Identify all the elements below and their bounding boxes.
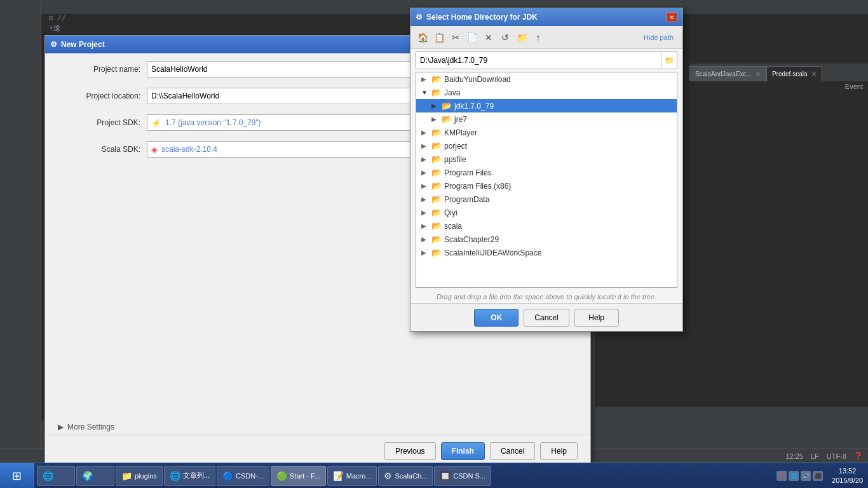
taskbar-item-explorer[interactable]: 📁 plugins xyxy=(116,466,163,486)
tree-label-sc29: ScalaChapter29 xyxy=(444,235,499,244)
finish-button[interactable]: Finish xyxy=(441,442,485,460)
tab-predef[interactable]: Predef.scala ✕ xyxy=(766,66,822,81)
help-dir-button[interactable]: Help xyxy=(574,309,619,327)
directory-tree[interactable]: ▶ 📂 BaiduYunDownload ▼ 📂 Java ▶ 📂 jdk1.7… xyxy=(416,72,677,288)
new-folder-icon[interactable]: 📁 xyxy=(515,30,529,44)
refresh-icon[interactable]: ↺ xyxy=(498,30,512,44)
sys-tray: ❓ 🌐 🔊 ⬛ xyxy=(776,471,823,481)
tab-close-icon[interactable]: ✕ xyxy=(811,71,817,78)
tree-label-qiyi: Qiyi xyxy=(444,208,458,217)
sdk-icon: ⚡ xyxy=(151,118,161,128)
folder-icon: 📂 xyxy=(431,194,442,204)
tree-arrow-porject: ▶ xyxy=(421,142,431,149)
tree-item-qiyi[interactable]: ▶ 📂 Qiyi xyxy=(416,206,677,219)
tree-arrow-ppsfile: ▶ xyxy=(421,156,431,163)
taskbar-item-chrome[interactable]: 🌐 xyxy=(37,466,75,486)
tree-item-scala[interactable]: ▶ 📂 scala xyxy=(416,219,677,233)
select-dir-close-button[interactable]: ✕ xyxy=(666,12,677,22)
taskbar-item-label: CSDN-... xyxy=(236,472,264,480)
tree-arrow-sc29: ▶ xyxy=(421,236,431,243)
select-dir-buttons: OK Cancel Help xyxy=(410,303,682,331)
cut-icon[interactable]: ✂ xyxy=(449,30,463,44)
tree-item-porject[interactable]: ▶ 📂 porject xyxy=(416,139,677,152)
csdn-icon: 🔵 xyxy=(222,471,233,481)
taskbar-item-label: Start - F... xyxy=(290,472,320,480)
ok-button[interactable]: OK xyxy=(474,309,519,327)
cancel-button[interactable]: Cancel xyxy=(490,442,535,460)
tree-item-program-files-x86[interactable]: ▶ 📂 Program Files (x86) xyxy=(416,179,677,193)
taskbar-item-label: 文章列... xyxy=(183,471,210,480)
tree-arrow-java: ▼ xyxy=(421,89,431,96)
project-name-label: Project name: xyxy=(58,65,147,74)
taskbar-item-csdn2[interactable]: 🔲 CSDN S... xyxy=(434,466,491,486)
folder-icon: 📂 xyxy=(431,221,442,231)
new-project-title: ⚙ New Project xyxy=(50,40,105,49)
ie-icon: 🌍 xyxy=(82,471,93,481)
folder-icon: 📂 xyxy=(442,114,452,124)
tree-label-pfx86: Program Files (x86) xyxy=(444,182,511,191)
taskbar-item-macro[interactable]: 📝 Macro... xyxy=(327,466,377,486)
more-settings-label: More Settings xyxy=(67,423,114,431)
previous-button[interactable]: Previous xyxy=(384,442,436,460)
tree-item-program-files[interactable]: ▶ 📂 Program Files xyxy=(416,166,677,179)
tree-item-kmplayer[interactable]: ▶ 📂 KMPlayer xyxy=(416,126,677,139)
drag-drop-hint: Drag and drop a file into the space abov… xyxy=(410,290,682,303)
start-button[interactable]: ⊞ xyxy=(0,463,34,489)
cancel-dir-button[interactable]: Cancel xyxy=(524,309,569,327)
tree-item-programdata[interactable]: ▶ 📂 ProgramData xyxy=(416,193,677,206)
taskbar-item-scala[interactable]: ⚙ ScalaCh... xyxy=(378,466,433,486)
copy-icon[interactable]: 📄 xyxy=(465,30,479,44)
taskbar-item-web[interactable]: 🌐 文章列... xyxy=(164,466,215,486)
tree-label-jdk: jdk1.7.0_79 xyxy=(454,102,494,111)
tree-arrow-pf: ▶ xyxy=(421,169,431,176)
help-button[interactable]: Help xyxy=(540,442,578,460)
hide-path-button[interactable]: Hide path xyxy=(640,32,677,43)
code-line: !这 xyxy=(41,23,410,34)
taskbar-right: ❓ 🌐 🔊 ⬛ 13:52 2015/8/20 xyxy=(771,466,868,485)
taskbar-item-label: plugins xyxy=(135,472,157,480)
tree-item-baiduyundownload[interactable]: ▶ 📂 BaiduYunDownload xyxy=(416,72,677,86)
scala-sdk-icon: ◈ xyxy=(151,145,158,154)
taskbar-item-label: Macro... xyxy=(346,472,372,480)
delete-icon[interactable]: ✕ xyxy=(482,30,496,44)
scala-icon: ⚙ xyxy=(384,471,392,481)
project-sdk-label: Project SDK: xyxy=(58,118,147,127)
folder-list-icon[interactable]: 📋 xyxy=(432,30,446,44)
taskbar-item-csdn[interactable]: 🔵 CSDN-... xyxy=(217,466,269,486)
tab-close-icon[interactable]: ✕ xyxy=(756,71,761,78)
taskbar-item-ie[interactable]: 🌍 xyxy=(76,466,114,486)
arrow-up-icon[interactable]: ↑ xyxy=(531,30,545,44)
network-icon: 🌐 xyxy=(789,471,799,481)
more-settings-toggle[interactable]: ▶ More Settings xyxy=(58,423,114,431)
tree-item-ppsfile[interactable]: ▶ 📂 ppsfile xyxy=(416,152,677,166)
path-folder-icon[interactable]: 📁 xyxy=(661,53,677,68)
battery-icon: ⬛ xyxy=(813,471,823,481)
taskbar-item-label: ScalaCh... xyxy=(395,472,427,480)
tree-item-scalaintellijidea[interactable]: ▶ 📂 ScalaIntelliJIDEAWorkSpace xyxy=(416,246,677,259)
status-lf: LF xyxy=(811,452,819,460)
tree-item-java[interactable]: ▼ 📂 Java xyxy=(416,86,677,99)
home-icon[interactable]: 🏠 xyxy=(416,30,430,44)
clock: 13:52 2015/8/20 xyxy=(832,466,863,485)
code-line: B // xyxy=(41,14,410,23)
tree-label-java: Java xyxy=(444,88,460,97)
taskbar-item-start-f[interactable]: 🟢 Start - F... xyxy=(271,466,326,486)
tree-item-jre7[interactable]: ▶ 📂 jre7 xyxy=(416,112,677,126)
tab-label: ScalaAndJavaExc... xyxy=(695,71,752,78)
tree-item-jdk179[interactable]: ▶ 📂 jdk1.7.0_79 xyxy=(416,99,677,112)
clock-date: 2015/8/20 xyxy=(832,476,863,485)
folder-icon: 📂 xyxy=(431,154,442,164)
path-input[interactable] xyxy=(416,56,661,65)
taskbar-items: 🌐 🌍 📁 plugins 🌐 文章列... 🔵 CSDN-... 🟢 Star… xyxy=(34,466,771,486)
tree-arrow-kmplayer: ▶ xyxy=(421,129,431,136)
tree-arrow-scalaidea: ▶ xyxy=(421,249,431,256)
more-settings-section: ▶ More Settings xyxy=(58,417,114,431)
scala-sdk-label: Scala SDK: xyxy=(58,145,147,154)
tab-exception-demo[interactable]: ScalaAndJavaExc... ✕ xyxy=(689,66,766,81)
chrome-icon: 🌐 xyxy=(43,471,53,481)
volume-icon: 🔊 xyxy=(801,471,811,481)
folder-icon: 📂 xyxy=(431,88,442,97)
select-dir-toolbar: 🏠 📋 ✂ 📄 ✕ ↺ 📁 ↑ Hide path xyxy=(410,26,682,49)
tree-item-scalachapter29[interactable]: ▶ 📂 ScalaChapter29 xyxy=(416,233,677,246)
select-dir-dialog: ⚙ Select Home Directory for JDK ✕ 🏠 📋 ✂ … xyxy=(410,8,683,332)
